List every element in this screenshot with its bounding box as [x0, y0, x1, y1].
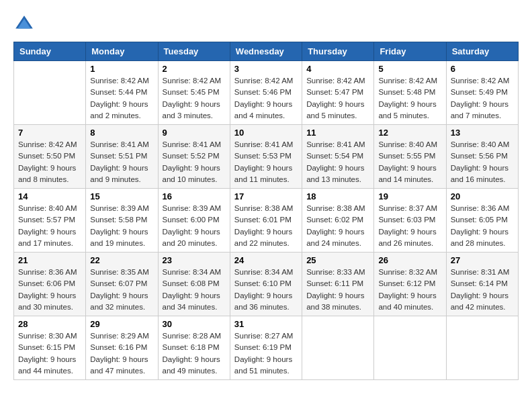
- week-row-1: 1 Sunrise: 8:42 AM Sunset: 5:44 PM Dayli…: [14, 61, 519, 125]
- day-number: 29: [90, 319, 153, 329]
- sunrise-text: Sunrise: 8:41 AM: [90, 140, 149, 148]
- sunrise-text: Sunrise: 8:34 AM: [234, 268, 294, 276]
- sunset-text: Sunset: 6:06 PM: [18, 279, 75, 287]
- daylight-text: Daylight: 9 hours and 13 minutes.: [306, 164, 364, 183]
- week-row-2: 7 Sunrise: 8:42 AM Sunset: 5:50 PM Dayli…: [14, 125, 519, 189]
- day-info: Sunrise: 8:41 AM Sunset: 5:51 PM Dayligh…: [90, 139, 153, 185]
- day-info: Sunrise: 8:30 AM Sunset: 6:15 PM Dayligh…: [18, 330, 81, 377]
- calendar-cell: 18 Sunrise: 8:38 AM Sunset: 6:02 PM Dayl…: [302, 189, 374, 253]
- sunset-text: Sunset: 6:02 PM: [306, 216, 363, 224]
- sunset-text: Sunset: 6:10 PM: [234, 279, 292, 287]
- sunrise-text: Sunrise: 8:36 AM: [18, 268, 77, 276]
- calendar-cell: 12 Sunrise: 8:40 AM Sunset: 5:55 PM Dayl…: [374, 125, 446, 189]
- weekday-header-tuesday: Tuesday: [158, 42, 230, 61]
- calendar-cell: 25 Sunrise: 8:33 AM Sunset: 6:11 PM Dayl…: [302, 253, 374, 316]
- sunrise-text: Sunrise: 8:40 AM: [451, 140, 510, 148]
- calendar-cell: 21 Sunrise: 8:36 AM Sunset: 6:06 PM Dayl…: [14, 253, 86, 316]
- day-number: 3: [234, 64, 298, 74]
- calendar-cell: 24 Sunrise: 8:34 AM Sunset: 6:10 PM Dayl…: [230, 253, 302, 316]
- day-number: 31: [234, 319, 298, 329]
- day-info: Sunrise: 8:40 AM Sunset: 5:57 PM Dayligh…: [18, 203, 81, 249]
- calendar-table: SundayMondayTuesdayWednesdayThursdayFrid…: [13, 42, 519, 380]
- day-info: Sunrise: 8:40 AM Sunset: 5:56 PM Dayligh…: [451, 139, 514, 185]
- sunset-text: Sunset: 5:54 PM: [306, 152, 363, 160]
- calendar-cell: 2 Sunrise: 8:42 AM Sunset: 5:45 PM Dayli…: [158, 61, 230, 125]
- week-row-3: 14 Sunrise: 8:40 AM Sunset: 5:57 PM Dayl…: [14, 189, 519, 253]
- day-number: 6: [451, 64, 514, 74]
- day-number: 13: [451, 128, 514, 138]
- day-info: Sunrise: 8:42 AM Sunset: 5:48 PM Dayligh…: [378, 75, 441, 122]
- sunrise-text: Sunrise: 8:38 AM: [306, 204, 365, 212]
- daylight-text: Daylight: 9 hours and 49 minutes.: [163, 355, 220, 375]
- daylight-text: Daylight: 9 hours and 3 minutes.: [163, 100, 220, 120]
- day-number: 2: [163, 64, 226, 74]
- day-info: Sunrise: 8:34 AM Sunset: 6:08 PM Dayligh…: [163, 267, 226, 313]
- sunset-text: Sunset: 5:56 PM: [451, 152, 508, 160]
- week-row-5: 28 Sunrise: 8:30 AM Sunset: 6:15 PM Dayl…: [14, 316, 519, 380]
- sunset-text: Sunset: 5:58 PM: [90, 216, 147, 224]
- calendar-cell: 19 Sunrise: 8:37 AM Sunset: 6:03 PM Dayl…: [374, 189, 446, 253]
- day-info: Sunrise: 8:36 AM Sunset: 6:05 PM Dayligh…: [451, 203, 514, 249]
- day-info: Sunrise: 8:36 AM Sunset: 6:06 PM Dayligh…: [18, 267, 81, 313]
- calendar-cell: 10 Sunrise: 8:41 AM Sunset: 5:53 PM Dayl…: [230, 125, 302, 189]
- day-info: Sunrise: 8:41 AM Sunset: 5:53 PM Dayligh…: [234, 139, 298, 185]
- day-info: Sunrise: 8:28 AM Sunset: 6:18 PM Dayligh…: [163, 330, 226, 377]
- calendar-cell: 27 Sunrise: 8:31 AM Sunset: 6:14 PM Dayl…: [446, 253, 518, 316]
- daylight-text: Daylight: 9 hours and 2 minutes.: [90, 100, 148, 120]
- day-number: 9: [163, 128, 226, 138]
- calendar-cell: 17 Sunrise: 8:38 AM Sunset: 6:01 PM Dayl…: [230, 189, 302, 253]
- sunset-text: Sunset: 5:49 PM: [451, 88, 508, 96]
- calendar-cell: [446, 316, 518, 380]
- day-info: Sunrise: 8:42 AM Sunset: 5:50 PM Dayligh…: [18, 139, 81, 185]
- daylight-text: Daylight: 9 hours and 7 minutes.: [451, 100, 508, 120]
- calendar-cell: 29 Sunrise: 8:29 AM Sunset: 6:16 PM Dayl…: [86, 316, 158, 380]
- sunset-text: Sunset: 6:01 PM: [234, 216, 292, 224]
- week-row-4: 21 Sunrise: 8:36 AM Sunset: 6:06 PM Dayl…: [14, 253, 519, 316]
- day-info: Sunrise: 8:29 AM Sunset: 6:16 PM Dayligh…: [90, 330, 153, 377]
- daylight-text: Daylight: 9 hours and 51 minutes.: [234, 355, 292, 375]
- day-number: 7: [18, 128, 81, 138]
- day-number: 28: [18, 319, 81, 329]
- sunrise-text: Sunrise: 8:42 AM: [234, 77, 294, 85]
- day-number: 22: [90, 255, 153, 265]
- day-info: Sunrise: 8:42 AM Sunset: 5:45 PM Dayligh…: [163, 75, 226, 122]
- sunrise-text: Sunrise: 8:40 AM: [18, 204, 77, 212]
- weekday-header-wednesday: Wednesday: [230, 42, 302, 61]
- daylight-text: Daylight: 9 hours and 38 minutes.: [306, 291, 364, 311]
- day-number: 5: [378, 64, 441, 74]
- calendar-cell: 23 Sunrise: 8:34 AM Sunset: 6:08 PM Dayl…: [158, 253, 230, 316]
- day-info: Sunrise: 8:32 AM Sunset: 6:12 PM Dayligh…: [378, 267, 441, 313]
- calendar-cell: 3 Sunrise: 8:42 AM Sunset: 5:46 PM Dayli…: [230, 61, 302, 125]
- sunset-text: Sunset: 6:16 PM: [90, 343, 147, 351]
- sunrise-text: Sunrise: 8:30 AM: [18, 332, 77, 340]
- sunrise-text: Sunrise: 8:42 AM: [18, 140, 77, 148]
- daylight-text: Daylight: 9 hours and 22 minutes.: [234, 228, 292, 247]
- daylight-text: Daylight: 9 hours and 47 minutes.: [90, 355, 148, 375]
- daylight-text: Daylight: 9 hours and 42 minutes.: [451, 291, 508, 311]
- calendar-cell: 6 Sunrise: 8:42 AM Sunset: 5:49 PM Dayli…: [446, 61, 518, 125]
- daylight-text: Daylight: 9 hours and 26 minutes.: [378, 228, 436, 247]
- daylight-text: Daylight: 9 hours and 11 minutes.: [234, 164, 292, 183]
- sunrise-text: Sunrise: 8:33 AM: [306, 268, 365, 276]
- calendar-cell: 26 Sunrise: 8:32 AM Sunset: 6:12 PM Dayl…: [374, 253, 446, 316]
- sunrise-text: Sunrise: 8:41 AM: [234, 140, 294, 148]
- sunset-text: Sunset: 5:45 PM: [163, 88, 220, 96]
- daylight-text: Daylight: 9 hours and 8 minutes.: [18, 164, 76, 183]
- calendar-cell: 14 Sunrise: 8:40 AM Sunset: 5:57 PM Dayl…: [14, 189, 86, 253]
- daylight-text: Daylight: 9 hours and 16 minutes.: [451, 164, 508, 183]
- day-info: Sunrise: 8:41 AM Sunset: 5:52 PM Dayligh…: [163, 139, 226, 185]
- sunset-text: Sunset: 6:12 PM: [378, 279, 435, 287]
- sunrise-text: Sunrise: 8:38 AM: [234, 204, 294, 212]
- sunrise-text: Sunrise: 8:41 AM: [306, 140, 365, 148]
- sunrise-text: Sunrise: 8:39 AM: [163, 204, 222, 212]
- sunset-text: Sunset: 6:18 PM: [163, 343, 220, 351]
- daylight-text: Daylight: 9 hours and 9 minutes.: [90, 164, 148, 183]
- calendar-cell: 1 Sunrise: 8:42 AM Sunset: 5:44 PM Dayli…: [86, 61, 158, 125]
- sunset-text: Sunset: 6:03 PM: [378, 216, 435, 224]
- day-info: Sunrise: 8:38 AM Sunset: 6:02 PM Dayligh…: [306, 203, 369, 249]
- day-number: 10: [234, 128, 298, 138]
- day-info: Sunrise: 8:35 AM Sunset: 6:07 PM Dayligh…: [90, 267, 153, 313]
- sunrise-text: Sunrise: 8:42 AM: [163, 77, 222, 85]
- weekday-header-sunday: Sunday: [14, 42, 86, 61]
- calendar-cell: 4 Sunrise: 8:42 AM Sunset: 5:47 PM Dayli…: [302, 61, 374, 125]
